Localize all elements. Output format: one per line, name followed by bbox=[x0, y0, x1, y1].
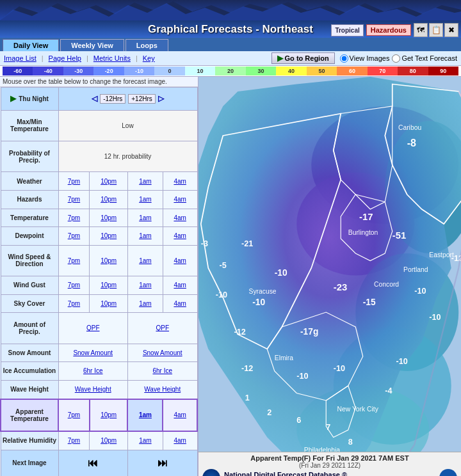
prev-12hrs-button[interactable]: -12Hrs bbox=[100, 94, 125, 104]
hazards-1am[interactable]: 1am bbox=[127, 190, 163, 209]
rel-humidity-1am[interactable]: 1am bbox=[127, 431, 163, 450]
sky-cover-7pm[interactable]: 7pm bbox=[58, 294, 90, 313]
sky-cover-4am[interactable]: 4am bbox=[163, 294, 197, 313]
nav-tabs: Daily View Weekly View Loops bbox=[0, 38, 461, 51]
city-eastport: Eastport bbox=[429, 251, 454, 258]
temp-label-13: -21 bbox=[241, 239, 253, 248]
temperature-10pm[interactable]: 10pm bbox=[90, 209, 128, 227]
wind-speed-7pm[interactable]: 7pm bbox=[58, 245, 90, 276]
ndfd-title: National Digital Forecast Database ® bbox=[224, 471, 347, 476]
next-12hrs-button[interactable]: +12Hrs bbox=[128, 94, 156, 104]
left-arrow-icon[interactable]: ◁ bbox=[92, 94, 97, 103]
tab-loops[interactable]: Loops bbox=[125, 39, 168, 51]
next-image-button[interactable]: ⏭ bbox=[158, 457, 168, 468]
wind-speed-4am[interactable]: 4am bbox=[163, 245, 197, 276]
weather-1am[interactable]: 1am bbox=[127, 172, 163, 191]
color-scale-bar: -60 -40 -30 -20 -10 0 10 20 30 40 50 60 … bbox=[0, 66, 461, 77]
dewpoint-10pm[interactable]: 10pm bbox=[90, 227, 128, 246]
ice-accum-2[interactable]: 6hr Ice bbox=[127, 362, 197, 381]
temperature-4am[interactable]: 4am bbox=[163, 209, 197, 227]
precip-prob-value[interactable]: 12 hr. probability bbox=[58, 141, 197, 172]
temp-label-15: -10 bbox=[334, 364, 345, 373]
wave-height-1[interactable]: Wave Height bbox=[58, 380, 127, 399]
city-concord: Concord bbox=[374, 281, 399, 288]
apparent-temp-label: Apparent Temperature bbox=[1, 399, 58, 431]
temp-label-19: 1 bbox=[245, 393, 250, 402]
sky-cover-1am[interactable]: 1am bbox=[127, 294, 163, 313]
key-link[interactable]: Key bbox=[143, 54, 155, 62]
hazardous-box[interactable]: Hazardous bbox=[366, 24, 411, 36]
weather-7pm[interactable]: 7pm bbox=[58, 172, 90, 191]
snow-amount-1[interactable]: Snow Amount bbox=[58, 344, 127, 362]
mountain-decoration bbox=[0, 0, 461, 20]
hazards-label: Hazards bbox=[1, 190, 58, 209]
city-elmira: Elmira bbox=[275, 354, 294, 361]
get-text-forecast-label: Get Text Forecast bbox=[401, 54, 457, 62]
apparent-temp-10pm[interactable]: 10pm bbox=[90, 399, 128, 431]
image-list-link[interactable]: Image List bbox=[4, 54, 36, 62]
rel-humidity-7pm[interactable]: 7pm bbox=[58, 431, 90, 450]
wind-gust-10pm[interactable]: 10pm bbox=[90, 276, 128, 295]
wind-speed-10pm[interactable]: 10pm bbox=[90, 245, 128, 276]
next-image-label: Next Image bbox=[1, 450, 58, 476]
wind-gust-7pm[interactable]: 7pm bbox=[58, 276, 90, 295]
rel-humidity-10pm[interactable]: 10pm bbox=[90, 431, 128, 450]
snow-amount-2[interactable]: Snow Amount bbox=[127, 344, 197, 362]
hazards-10pm[interactable]: 10pm bbox=[90, 190, 128, 209]
goto-region-button[interactable]: ▶ Go to Region bbox=[271, 52, 335, 64]
precip-amount-qpf2[interactable]: QPF bbox=[127, 313, 197, 344]
temperature-1am[interactable]: 1am bbox=[127, 209, 163, 227]
view-mode-radio-group: View Images Get Text Forecast bbox=[340, 54, 457, 63]
table-row-wind-gust: Wind Gust 7pm 10pm 1am 4am bbox=[1, 276, 197, 295]
apparent-temp-4am[interactable]: 4am bbox=[163, 399, 197, 431]
tonight-label: Thu Night bbox=[19, 95, 49, 102]
play-icon[interactable]: ▶ bbox=[10, 94, 16, 103]
header-icon-3[interactable]: ✖ bbox=[444, 23, 458, 37]
tropical-label: Tropical bbox=[335, 27, 359, 34]
header-icon-2[interactable]: 📋 bbox=[429, 23, 443, 37]
weather-4am[interactable]: 4am bbox=[163, 172, 197, 191]
ice-accum-1[interactable]: 6hr Ice bbox=[58, 362, 127, 381]
sky-cover-10pm[interactable]: 10pm bbox=[90, 294, 128, 313]
precip-amount-qpf1[interactable]: QPF bbox=[58, 313, 127, 344]
dewpoint-7pm[interactable]: 7pm bbox=[58, 227, 90, 246]
wind-speed-1am[interactable]: 1am bbox=[127, 245, 163, 276]
tab-weekly-view[interactable]: Weekly View bbox=[60, 39, 124, 51]
tonight-nav-controls: ▶ Thu Night bbox=[3, 94, 57, 103]
dewpoint-1am[interactable]: 1am bbox=[127, 227, 163, 246]
get-text-forecast-radio[interactable] bbox=[392, 54, 400, 63]
weather-10pm[interactable]: 10pm bbox=[90, 172, 128, 191]
prev-image-button[interactable]: ⏮ bbox=[88, 457, 98, 468]
apparent-temp-1am[interactable]: 1am bbox=[127, 399, 163, 431]
tab-daily-view[interactable]: Daily View bbox=[3, 39, 59, 51]
app-title: Graphical Forecasts - Northeast bbox=[148, 23, 313, 35]
apparent-temp-7pm[interactable]: 7pm bbox=[58, 399, 90, 431]
temp-label-6: -10 bbox=[275, 268, 287, 278]
get-text-forecast-option[interactable]: Get Text Forecast bbox=[392, 54, 457, 63]
page-help-link[interactable]: Page Help bbox=[49, 54, 81, 62]
wave-height-2[interactable]: Wave Height bbox=[127, 380, 197, 399]
temperature-7pm[interactable]: 7pm bbox=[58, 209, 90, 227]
snow-amount-label: Snow Amount bbox=[1, 344, 58, 362]
dewpoint-4am[interactable]: 4am bbox=[163, 227, 197, 246]
maxmin-value[interactable]: Low bbox=[58, 110, 197, 141]
app-header: Graphical Forecasts - Northeast Tropical… bbox=[0, 20, 461, 38]
view-images-label: View Images bbox=[350, 54, 390, 62]
table-row-snow-amount: Snow Amount Snow Amount Snow Amount bbox=[1, 344, 197, 362]
view-images-radio[interactable] bbox=[340, 54, 348, 63]
hazards-7pm[interactable]: 7pm bbox=[58, 190, 90, 209]
city-syracuse: Syracuse bbox=[249, 288, 277, 295]
header-icon-1[interactable]: 🗺 bbox=[414, 23, 428, 37]
tropical-box[interactable]: Tropical bbox=[331, 24, 363, 36]
scale-seg-5: -10 bbox=[124, 67, 154, 75]
rel-humidity-4am[interactable]: 4am bbox=[163, 431, 197, 450]
wind-gust-4am[interactable]: 4am bbox=[163, 276, 197, 295]
left-panel: Mouse over the table below to change the… bbox=[0, 77, 198, 476]
hazards-4am[interactable]: 4am bbox=[163, 190, 197, 209]
table-row-sky-cover: Sky Cover 7pm 10pm 1am 4am bbox=[1, 294, 197, 313]
view-images-option[interactable]: View Images bbox=[340, 54, 390, 63]
wind-gust-1am[interactable]: 1am bbox=[127, 276, 163, 295]
right-arrow-icon[interactable]: ▷ bbox=[158, 94, 164, 103]
metric-units-link[interactable]: Metric Units bbox=[93, 54, 131, 62]
sky-cover-label: Sky Cover bbox=[1, 294, 58, 313]
